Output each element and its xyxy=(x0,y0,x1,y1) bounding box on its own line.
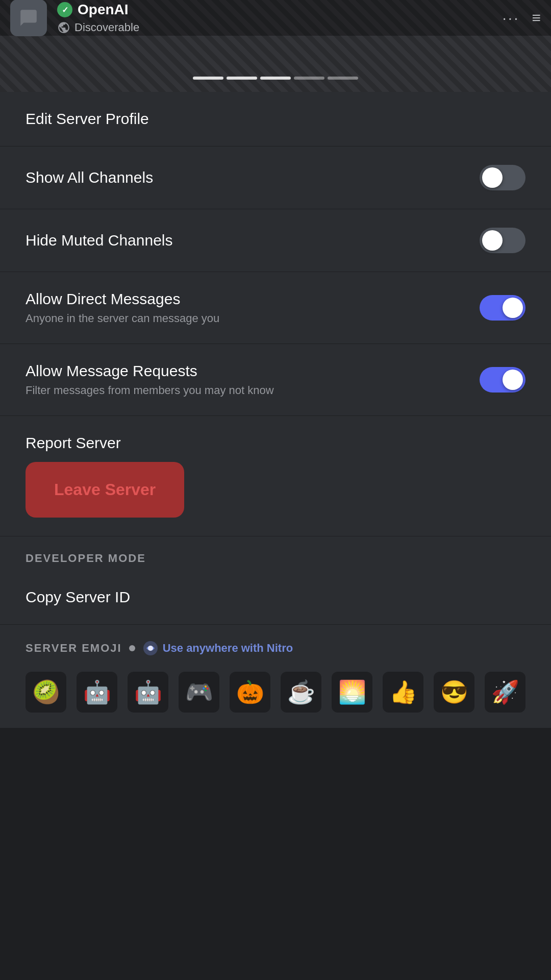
discoverable-label: Discoverable xyxy=(74,21,139,34)
hide-muted-channels-row: Hide Muted Channels xyxy=(26,228,525,253)
emoji-item-6: ☕ xyxy=(281,672,321,713)
server-info: ✓ OpenAI Discoverable xyxy=(57,2,502,34)
copy-server-id-section[interactable]: Copy Server ID xyxy=(0,570,551,625)
show-all-channels-row: Show All Channels xyxy=(26,165,525,190)
chat-icon xyxy=(19,8,38,28)
toggle-knob-4 xyxy=(503,370,523,390)
show-all-channels-toggle[interactable] xyxy=(480,165,525,190)
header-overlay: ✓ OpenAI Discoverable ··· ≡ xyxy=(0,0,551,36)
edit-server-profile-row[interactable]: Edit Server Profile xyxy=(26,110,525,128)
verified-badge: ✓ xyxy=(57,2,72,17)
allow-direct-messages-section: Allow Direct Messages Anyone in the serv… xyxy=(0,272,551,344)
allow-message-requests-label: Allow Message Requests xyxy=(26,362,274,380)
leave-server-label: Leave Server xyxy=(54,480,156,499)
allow-direct-messages-toggle[interactable] xyxy=(480,295,525,321)
server-header: ✓ OpenAI Discoverable ··· ≡ xyxy=(0,0,551,92)
progress-dot-1 xyxy=(193,77,223,80)
hide-muted-channels-label: Hide Muted Channels xyxy=(26,232,173,249)
progress-dot-2 xyxy=(227,77,257,80)
progress-dot-3 xyxy=(260,77,291,80)
allow-direct-messages-row: Allow Direct Messages Anyone in the serv… xyxy=(26,290,525,325)
avatar xyxy=(10,0,47,36)
hamburger-button[interactable]: ≡ xyxy=(532,9,541,27)
emoji-item-7: 🌅 xyxy=(332,672,372,713)
edit-server-profile-label: Edit Server Profile xyxy=(26,110,149,128)
allow-dm-text-block: Allow Direct Messages Anyone in the serv… xyxy=(26,290,219,325)
settings-content: Edit Server Profile Show All Channels Hi… xyxy=(0,92,551,728)
server-emoji-label: SERVER EMOJI xyxy=(26,642,122,655)
edit-server-profile-section[interactable]: Edit Server Profile xyxy=(0,92,551,146)
toggle-knob-2 xyxy=(482,230,503,251)
emoji-item-8: 👍 xyxy=(383,672,423,713)
emoji-item-1: 🥝 xyxy=(26,672,66,713)
toggle-knob xyxy=(482,167,503,188)
server-name: OpenAI xyxy=(78,2,129,18)
emoji-item-10: 🚀 xyxy=(485,672,525,713)
emoji-item-5: 🎃 xyxy=(230,672,270,713)
progress-dot-4 xyxy=(294,77,324,80)
emoji-grid: 🥝 🤖 🤖 🎮 🎃 ☕ 🌅 👍 😎 🚀 xyxy=(0,662,551,728)
server-emoji-header: SERVER EMOJI Use anywhere with Nitro xyxy=(0,625,551,662)
more-options-button[interactable]: ··· xyxy=(502,9,519,27)
svg-point-1 xyxy=(148,646,153,651)
allow-message-requests-subtitle: Filter messages from members you may not… xyxy=(26,384,274,397)
leave-server-button[interactable]: Leave Server xyxy=(26,462,184,518)
nitro-icon xyxy=(142,640,159,656)
emoji-item-2: 🤖 xyxy=(77,672,117,713)
progress-dot-5 xyxy=(328,77,358,80)
allow-direct-messages-label: Allow Direct Messages xyxy=(26,290,219,308)
hide-muted-channels-toggle[interactable] xyxy=(480,228,525,253)
nitro-dot xyxy=(129,645,135,651)
progress-bar xyxy=(193,77,358,80)
developer-mode-header: DEVELOPER MODE xyxy=(0,536,551,570)
copy-server-id-label: Copy Server ID xyxy=(26,589,130,605)
nitro-link[interactable]: Use anywhere with Nitro xyxy=(142,640,293,656)
discoverable-tag: Discoverable xyxy=(57,21,502,34)
allow-message-requests-toggle[interactable] xyxy=(480,367,525,393)
show-all-channels-label: Show All Channels xyxy=(26,169,153,186)
report-leave-section: Report Server Leave Server xyxy=(0,416,551,536)
emoji-item-3: 🤖 xyxy=(128,672,168,713)
server-name-row: ✓ OpenAI xyxy=(57,2,502,18)
emoji-item-4: 🎮 xyxy=(179,672,219,713)
allow-message-requests-row: Allow Message Requests Filter messages f… xyxy=(26,362,525,397)
toggle-knob-3 xyxy=(503,298,523,318)
report-server-label[interactable]: Report Server xyxy=(26,434,525,452)
hide-muted-channels-section: Hide Muted Channels xyxy=(0,209,551,272)
emoji-item-9: 😎 xyxy=(434,672,474,713)
globe-icon xyxy=(57,21,70,34)
allow-direct-messages-subtitle: Anyone in the server can message you xyxy=(26,312,219,325)
show-all-channels-section: Show All Channels xyxy=(0,146,551,209)
allow-message-requests-section: Allow Message Requests Filter messages f… xyxy=(0,344,551,416)
allow-msg-req-text-block: Allow Message Requests Filter messages f… xyxy=(26,362,274,397)
nitro-link-text: Use anywhere with Nitro xyxy=(163,642,293,655)
